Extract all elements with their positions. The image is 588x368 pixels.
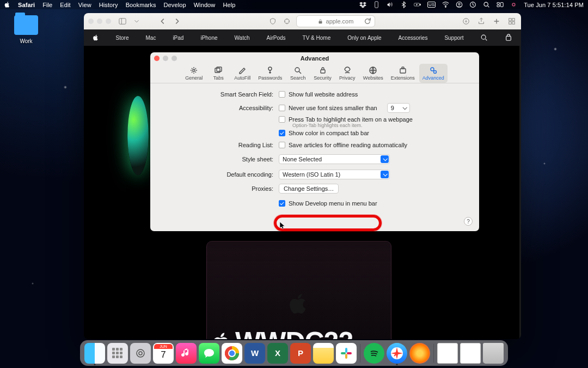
svg-point-26 (268, 67, 272, 70)
checkbox-save-offline[interactable] (279, 142, 285, 148)
tab-privacy[interactable]: Privacy (336, 64, 359, 83)
tab-general[interactable]: General (182, 64, 206, 83)
bluetooth-icon[interactable] (400, 1, 407, 8)
dock-chrome[interactable] (222, 343, 242, 364)
tab-extensions[interactable]: Extensions (388, 64, 418, 83)
svg-point-43 (137, 349, 144, 357)
close-icon[interactable] (88, 19, 94, 24)
siri-icon[interactable] (510, 1, 517, 8)
font-size-select[interactable]: 9 (387, 103, 410, 113)
sidebar-toggle-button[interactable] (118, 16, 127, 26)
style-sheet-select[interactable]: None Selected (279, 154, 390, 164)
bag-icon[interactable] (505, 34, 512, 41)
nav-watch[interactable]: Watch (235, 35, 250, 41)
menu-window[interactable]: Window (194, 2, 216, 8)
dock-calendar[interactable]: JUN7 (153, 343, 174, 364)
tab-advanced[interactable]: Advanced (419, 64, 448, 83)
dock-messages[interactable] (199, 343, 219, 364)
chevron-down-icon[interactable] (132, 16, 142, 26)
nav-store[interactable]: Store (116, 35, 129, 41)
volume-icon[interactable] (387, 1, 394, 8)
search-icon[interactable] (483, 1, 490, 8)
battery-icon[interactable] (414, 1, 421, 8)
svg-point-21 (482, 35, 486, 39)
checkbox-font-size[interactable] (279, 105, 285, 111)
desktop-folder-work[interactable]: Work (10, 15, 42, 44)
apple-logo-icon[interactable] (4, 2, 10, 8)
menu-history[interactable]: History (99, 2, 118, 8)
input-source-icon[interactable]: US (427, 2, 436, 8)
dock-safari[interactable] (387, 343, 407, 364)
clock-icon[interactable] (469, 1, 476, 8)
dock-file-1[interactable] (437, 343, 458, 364)
zoom-icon[interactable] (106, 19, 111, 24)
dock-file-2[interactable] (460, 343, 481, 364)
tab-security[interactable]: Security (310, 64, 335, 83)
downloads-button[interactable] (461, 16, 471, 26)
tab-overview-button[interactable] (507, 16, 517, 26)
menu-view[interactable]: View (78, 2, 91, 8)
menu-edit[interactable]: Edit (60, 2, 70, 8)
checkbox-full-url[interactable] (279, 91, 285, 98)
menu-develop[interactable]: Develop (164, 2, 186, 8)
apple-logo-nav-icon[interactable] (93, 34, 99, 41)
user-icon[interactable] (456, 1, 463, 8)
tab-tabs[interactable]: Tabs (207, 64, 230, 83)
tab-search[interactable]: Search (286, 64, 309, 83)
dock-slack[interactable] (336, 343, 357, 364)
dock-powerpoint[interactable]: P (290, 343, 311, 364)
control-center-icon[interactable] (497, 1, 504, 8)
menu-bookmarks[interactable]: Bookmarks (126, 2, 156, 8)
back-button[interactable] (158, 16, 168, 26)
nav-only-apple[interactable]: Only on Apple (347, 35, 381, 41)
minimize-button[interactable] (163, 56, 168, 61)
menu-file[interactable]: File (42, 2, 52, 8)
menu-help[interactable]: Help (223, 2, 235, 8)
default-encoding-select[interactable]: Western (ISO Latin 1) (279, 170, 390, 179)
nav-tvhome[interactable]: TV & Home (303, 35, 331, 41)
nav-support[interactable]: Support (444, 35, 463, 41)
close-button[interactable] (154, 56, 160, 61)
change-settings-button[interactable]: Change Settings… (279, 184, 339, 194)
tab-passwords[interactable]: Passwords (255, 64, 285, 83)
minimize-icon[interactable] (97, 19, 102, 24)
phone-icon[interactable] (373, 1, 380, 8)
app-name[interactable]: Safari (18, 2, 35, 8)
tab-autofill[interactable]: AutoFill (231, 64, 254, 83)
search-icon[interactable] (480, 34, 488, 41)
checkbox-tab-color[interactable] (279, 130, 285, 136)
dock-finder[interactable] (84, 343, 105, 364)
dock-spotify[interactable] (364, 343, 384, 364)
address-bar[interactable]: apple.com (296, 15, 375, 27)
dock-music[interactable] (176, 343, 197, 364)
window-controls[interactable] (88, 19, 111, 24)
help-button[interactable]: ? (464, 217, 473, 226)
menubar-clock[interactable]: Tue Jun 7 5:51:14 PM (524, 2, 584, 8)
new-tab-button[interactable] (492, 16, 501, 26)
dock-system-preferences[interactable] (130, 343, 151, 364)
checkbox-show-develop[interactable] (279, 200, 285, 207)
tab-websites[interactable]: Websites (360, 64, 387, 83)
nav-ipad[interactable]: iPad (173, 35, 183, 41)
zoom-button[interactable] (171, 56, 177, 61)
scrollbar[interactable] (519, 46, 521, 339)
checkbox-press-tab[interactable] (279, 116, 285, 123)
privacy-report-button[interactable] (268, 16, 278, 26)
dock-launchpad[interactable] (107, 343, 128, 364)
nav-iphone[interactable]: iPhone (200, 35, 217, 41)
dock-trash[interactable] (483, 343, 504, 364)
website-settings-button[interactable] (282, 16, 292, 26)
share-button[interactable] (476, 16, 486, 26)
forward-button[interactable] (172, 16, 182, 26)
dropbox-icon[interactable] (359, 1, 366, 8)
dock-word[interactable]: W (244, 343, 265, 364)
safari-toolbar: apple.com (84, 13, 521, 29)
dock-excel[interactable]: X (267, 343, 288, 364)
nav-mac[interactable]: Mac (145, 35, 156, 41)
nav-airpods[interactable]: AirPods (267, 35, 286, 41)
wifi-icon[interactable] (442, 1, 449, 8)
reload-icon[interactable] (364, 17, 371, 25)
nav-accessories[interactable]: Accessories (398, 35, 427, 41)
dock-firefox[interactable] (409, 343, 430, 364)
dock-notes[interactable] (313, 343, 334, 364)
